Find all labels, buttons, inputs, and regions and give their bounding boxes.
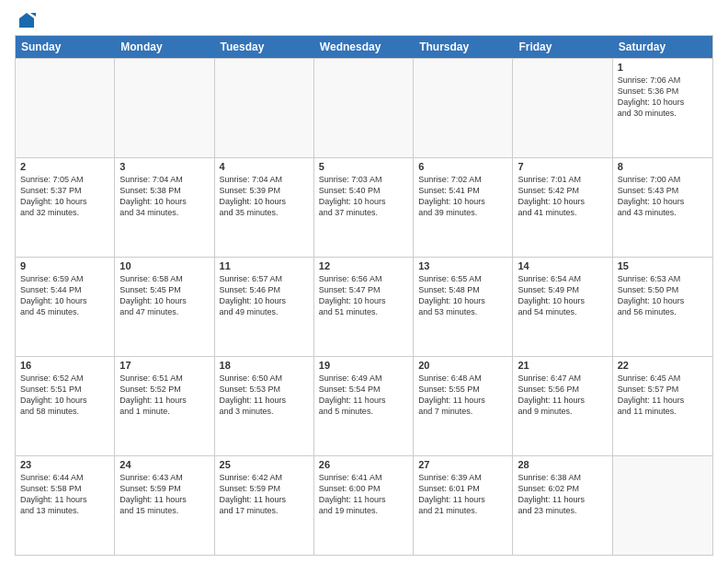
day-details: Sunrise: 6:59 AM Sunset: 5:44 PM Dayligh… [20,273,109,318]
day-details: Sunrise: 7:03 AM Sunset: 5:40 PM Dayligh… [319,174,408,219]
day-number: 7 [518,161,607,172]
calendar-row: 23Sunrise: 6:44 AM Sunset: 5:58 PM Dayli… [16,455,712,555]
day-details: Sunrise: 6:39 AM Sunset: 6:01 PM Dayligh… [418,472,507,517]
day-details: Sunrise: 6:41 AM Sunset: 6:00 PM Dayligh… [319,472,408,517]
day-details: Sunrise: 6:57 AM Sunset: 5:46 PM Dayligh… [220,273,309,318]
calendar-cell: 5Sunrise: 7:03 AM Sunset: 5:40 PM Daylig… [314,158,414,257]
calendar-cell: 3Sunrise: 7:04 AM Sunset: 5:38 PM Daylig… [115,158,214,257]
day-number: 21 [518,360,607,371]
day-number: 10 [119,260,209,271]
day-number: 3 [119,161,209,172]
weekday-header: Thursday [414,36,513,58]
day-number: 22 [618,360,708,371]
day-details: Sunrise: 6:43 AM Sunset: 5:59 PM Dayligh… [119,472,209,517]
calendar-cell [314,59,414,157]
logo [15,11,36,29]
calendar-cell: 11Sunrise: 6:57 AM Sunset: 5:46 PM Dayli… [215,258,314,356]
day-details: Sunrise: 7:05 AM Sunset: 5:37 PM Dayligh… [20,174,109,219]
weekday-header: Tuesday [215,36,314,58]
calendar-cell: 24Sunrise: 6:43 AM Sunset: 5:59 PM Dayli… [115,456,214,555]
day-number: 1 [618,62,708,73]
day-number: 15 [618,260,708,271]
calendar-cell: 6Sunrise: 7:02 AM Sunset: 5:41 PM Daylig… [414,158,513,257]
day-number: 14 [518,260,607,271]
calendar-cell: 10Sunrise: 6:58 AM Sunset: 5:45 PM Dayli… [115,258,214,356]
calendar-cell [513,59,612,157]
day-details: Sunrise: 6:56 AM Sunset: 5:47 PM Dayligh… [319,273,408,318]
calendar-row: 2Sunrise: 7:05 AM Sunset: 5:37 PM Daylig… [16,157,712,257]
day-number: 24 [119,459,209,470]
day-details: Sunrise: 6:38 AM Sunset: 6:02 PM Dayligh… [518,472,607,517]
weekday-header: Monday [115,36,214,58]
calendar-cell [414,59,513,157]
day-details: Sunrise: 6:52 AM Sunset: 5:51 PM Dayligh… [20,373,109,418]
day-number: 27 [418,459,507,470]
day-number: 19 [319,360,408,371]
calendar-cell: 1Sunrise: 7:06 AM Sunset: 5:36 PM Daylig… [613,59,712,157]
calendar-cell [215,59,314,157]
calendar-cell: 9Sunrise: 6:59 AM Sunset: 5:44 PM Daylig… [16,258,115,356]
calendar-header: SundayMondayTuesdayWednesdayThursdayFrid… [16,36,712,58]
day-number: 8 [618,161,708,172]
day-number: 13 [418,260,507,271]
calendar-cell [16,59,115,157]
calendar-cell: 20Sunrise: 6:48 AM Sunset: 5:55 PM Dayli… [414,357,513,455]
calendar-body: 1Sunrise: 7:06 AM Sunset: 5:36 PM Daylig… [16,58,712,555]
day-details: Sunrise: 6:42 AM Sunset: 5:59 PM Dayligh… [220,472,309,517]
calendar-row: 16Sunrise: 6:52 AM Sunset: 5:51 PM Dayli… [16,356,712,455]
day-details: Sunrise: 6:51 AM Sunset: 5:52 PM Dayligh… [119,373,209,418]
day-number: 26 [319,459,408,470]
calendar-cell: 26Sunrise: 6:41 AM Sunset: 6:00 PM Dayli… [314,456,414,555]
day-details: Sunrise: 7:00 AM Sunset: 5:43 PM Dayligh… [618,174,708,219]
day-number: 23 [20,459,109,470]
calendar-cell: 17Sunrise: 6:51 AM Sunset: 5:52 PM Dayli… [115,357,214,455]
calendar-cell: 2Sunrise: 7:05 AM Sunset: 5:37 PM Daylig… [16,158,115,257]
day-details: Sunrise: 7:06 AM Sunset: 5:36 PM Dayligh… [618,75,708,120]
calendar-cell: 19Sunrise: 6:49 AM Sunset: 5:54 PM Dayli… [314,357,414,455]
calendar-row: 1Sunrise: 7:06 AM Sunset: 5:36 PM Daylig… [16,58,712,157]
calendar-cell: 15Sunrise: 6:53 AM Sunset: 5:50 PM Dayli… [613,258,712,356]
day-number: 2 [20,161,109,172]
day-details: Sunrise: 7:04 AM Sunset: 5:39 PM Dayligh… [220,174,309,219]
logo-icon [17,11,36,29]
weekday-header: Friday [513,36,612,58]
calendar-cell [115,59,214,157]
day-details: Sunrise: 7:02 AM Sunset: 5:41 PM Dayligh… [418,174,507,219]
calendar-cell: 16Sunrise: 6:52 AM Sunset: 5:51 PM Dayli… [16,357,115,455]
calendar-cell: 7Sunrise: 7:01 AM Sunset: 5:42 PM Daylig… [513,158,612,257]
day-details: Sunrise: 6:48 AM Sunset: 5:55 PM Dayligh… [418,373,507,418]
day-number: 28 [518,459,607,470]
calendar-cell: 27Sunrise: 6:39 AM Sunset: 6:01 PM Dayli… [414,456,513,555]
calendar-row: 9Sunrise: 6:59 AM Sunset: 5:44 PM Daylig… [16,257,712,356]
calendar-cell [613,456,712,555]
page: SundayMondayTuesdayWednesdayThursdayFrid… [0,0,728,563]
weekday-header: Wednesday [314,36,414,58]
day-details: Sunrise: 6:49 AM Sunset: 5:54 PM Dayligh… [319,373,408,418]
calendar-cell: 13Sunrise: 6:55 AM Sunset: 5:48 PM Dayli… [414,258,513,356]
day-number: 18 [220,360,309,371]
day-details: Sunrise: 6:58 AM Sunset: 5:45 PM Dayligh… [119,273,209,318]
calendar-cell: 22Sunrise: 6:45 AM Sunset: 5:57 PM Dayli… [613,357,712,455]
day-number: 16 [20,360,109,371]
calendar-cell: 8Sunrise: 7:00 AM Sunset: 5:43 PM Daylig… [613,158,712,257]
day-details: Sunrise: 7:04 AM Sunset: 5:38 PM Dayligh… [119,174,209,219]
day-details: Sunrise: 7:01 AM Sunset: 5:42 PM Dayligh… [518,174,607,219]
calendar-cell: 12Sunrise: 6:56 AM Sunset: 5:47 PM Dayli… [314,258,414,356]
svg-marker-1 [30,13,36,17]
header [15,11,713,29]
day-details: Sunrise: 6:50 AM Sunset: 5:53 PM Dayligh… [220,373,309,418]
day-details: Sunrise: 6:53 AM Sunset: 5:50 PM Dayligh… [618,273,708,318]
weekday-header: Saturday [613,36,712,58]
day-number: 12 [319,260,408,271]
day-number: 5 [319,161,408,172]
day-number: 17 [119,360,209,371]
day-details: Sunrise: 6:44 AM Sunset: 5:58 PM Dayligh… [20,472,109,517]
day-details: Sunrise: 6:45 AM Sunset: 5:57 PM Dayligh… [618,373,708,418]
day-number: 11 [220,260,309,271]
calendar-cell: 18Sunrise: 6:50 AM Sunset: 5:53 PM Dayli… [215,357,314,455]
calendar-cell: 14Sunrise: 6:54 AM Sunset: 5:49 PM Dayli… [513,258,612,356]
day-number: 25 [220,459,309,470]
day-details: Sunrise: 6:54 AM Sunset: 5:49 PM Dayligh… [518,273,607,318]
day-number: 9 [20,260,109,271]
calendar-cell: 23Sunrise: 6:44 AM Sunset: 5:58 PM Dayli… [16,456,115,555]
